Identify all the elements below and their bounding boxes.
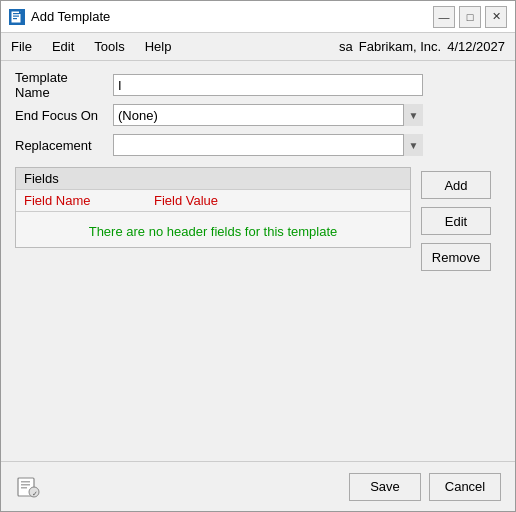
end-focus-select[interactable]: (None) [113, 104, 423, 126]
svg-rect-1 [13, 13, 19, 14]
window-title: Add Template [31, 9, 433, 24]
fields-panel: Fields Field Name Field Value There are … [15, 167, 411, 248]
end-focus-row: End Focus On (None) ▼ [15, 103, 501, 127]
add-button[interactable]: Add [421, 171, 491, 199]
menu-bar: File Edit Tools Help sa Fabrikam, Inc. 4… [1, 33, 515, 61]
title-bar: Add Template — □ ✕ [1, 1, 515, 33]
window-controls: — □ ✕ [433, 6, 507, 28]
right-buttons-panel: Add Edit Remove [411, 163, 501, 449]
template-name-label: Template Name [15, 70, 105, 100]
template-name-input[interactable] [113, 74, 423, 96]
main-area: Fields Field Name Field Value There are … [15, 163, 501, 449]
svg-rect-7 [21, 484, 30, 486]
fields-col-value-header: Field Value [154, 193, 402, 208]
fields-col-name-header: Field Name [24, 193, 154, 208]
fields-body: There are no header fields for this temp… [16, 212, 410, 247]
end-focus-label: End Focus On [15, 108, 105, 123]
template-name-row: Template Name [15, 73, 501, 97]
replacement-select[interactable] [113, 134, 423, 156]
minimize-button[interactable]: — [433, 6, 455, 28]
replacement-label: Replacement [15, 138, 105, 153]
cancel-button[interactable]: Cancel [429, 473, 501, 501]
save-button[interactable]: Save [349, 473, 421, 501]
main-window: Add Template — □ ✕ File Edit Tools Help … [0, 0, 516, 512]
company-label: Fabrikam, Inc. [359, 39, 441, 54]
replacement-select-wrapper: ▼ [113, 134, 423, 156]
menu-edit[interactable]: Edit [42, 36, 84, 57]
bottom-bar: ✓ Save Cancel [1, 461, 515, 511]
remove-button[interactable]: Remove [421, 243, 491, 271]
fields-table-header: Field Name Field Value [16, 190, 410, 212]
svg-rect-8 [21, 487, 27, 489]
replacement-row: Replacement ▼ [15, 133, 501, 157]
end-focus-select-wrapper: (None) ▼ [113, 104, 423, 126]
maximize-button[interactable]: □ [459, 6, 481, 28]
content-area: Template Name End Focus On (None) ▼ Repl… [1, 61, 515, 461]
fields-section-title: Fields [16, 168, 410, 190]
edit-button[interactable]: Edit [421, 207, 491, 235]
svg-rect-6 [21, 481, 30, 483]
menu-file[interactable]: File [1, 36, 42, 57]
svg-rect-3 [13, 18, 17, 19]
svg-rect-2 [13, 15, 19, 16]
fields-container: Fields Field Name Field Value There are … [15, 163, 411, 449]
svg-text:✓: ✓ [32, 489, 38, 496]
close-button[interactable]: ✕ [485, 6, 507, 28]
date-label: 4/12/2027 [447, 39, 505, 54]
user-label: sa [339, 39, 353, 54]
menu-info: sa Fabrikam, Inc. 4/12/2027 [329, 36, 515, 57]
menu-tools[interactable]: Tools [84, 36, 134, 57]
menu-help[interactable]: Help [135, 36, 182, 57]
document-stamp-icon: ✓ [15, 473, 43, 501]
no-fields-message: There are no header fields for this temp… [89, 220, 338, 239]
app-icon [9, 9, 25, 25]
